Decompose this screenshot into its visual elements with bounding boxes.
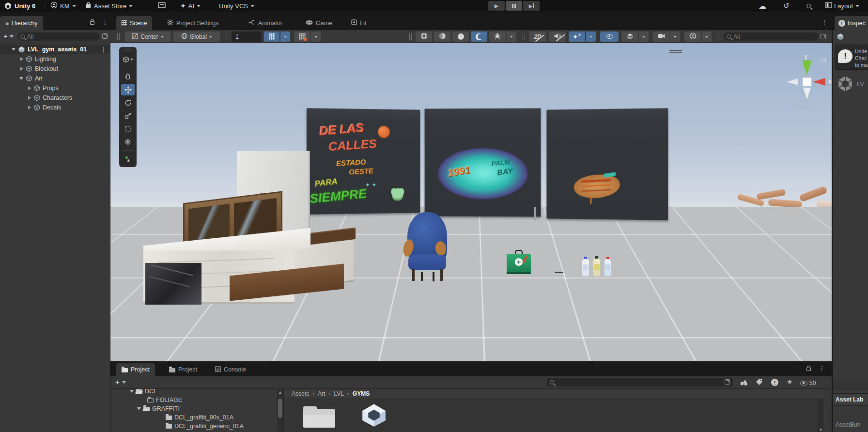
pause-button[interactable] [506, 1, 522, 11]
tab-hierarchy[interactable]: ≡ Hierarchy [0, 16, 43, 30]
grid-size-input[interactable]: 1 [232, 31, 262, 42]
xb-overlay-button[interactable]: XB [141, 342, 159, 355]
tab-inspector[interactable]: i Inspec [835, 16, 868, 30]
kebab-icon[interactable]: ⋮ [100, 46, 107, 53]
hierarchy-row-lighting[interactable]: Lighting [0, 54, 110, 64]
grid-snap-button[interactable] [264, 31, 279, 42]
view-options-button[interactable] [121, 54, 135, 65]
lock-icon[interactable] [806, 366, 811, 372]
tools-overlay-button[interactable] [201, 342, 219, 355]
tool-handle-rotation-dropdown[interactable]: Global [173, 31, 220, 42]
particles-overlay-button[interactable]: ◈ [280, 342, 298, 355]
axis-x-cone[interactable] [813, 78, 825, 86]
transform-tool-button[interactable] [121, 136, 135, 148]
tab-scene[interactable]: Scene [116, 16, 152, 30]
bottle-red-cap[interactable] [604, 257, 611, 276]
hierarchy-row-characters[interactable]: Characters [0, 93, 110, 103]
shading-shaded-wire-button[interactable] [434, 31, 450, 42]
axis-z-cone[interactable] [787, 78, 798, 85]
gizmos-dropdown[interactable] [702, 31, 712, 42]
collapse-arrow-icon[interactable] [19, 77, 23, 80]
search-by-label-button[interactable] [756, 379, 763, 387]
hand-tool-button[interactable] [121, 71, 135, 82]
increment-snap-dropdown[interactable] [311, 31, 321, 42]
tab-project-settings[interactable]: Project Settings [162, 16, 224, 30]
camera-settings-button[interactable] [653, 31, 669, 42]
drag-handle-icon[interactable] [717, 33, 719, 40]
folder-row-dcl[interactable]: DCL [110, 389, 283, 396]
asset-pane-scrollbar[interactable]: ▲ ▼ [818, 399, 823, 432]
camera-settings-dropdown[interactable] [670, 31, 680, 42]
chevron-down-icon[interactable] [10, 35, 14, 38]
shading-wireframe-button[interactable] [416, 31, 432, 42]
layout-menu[interactable]: Layout [825, 0, 859, 12]
graffiti-wall-3[interactable] [546, 108, 668, 220]
search-by-type-button[interactable] [740, 379, 748, 387]
folder-row-graffiti-generic[interactable]: DCL_graffiti_generic_01A [110, 421, 283, 431]
hierarchy-row-art[interactable]: Art [0, 74, 110, 83]
first-aid-kit-red[interactable]: + [471, 251, 502, 278]
hierarchy-row-scene-root[interactable]: LVL_gym_assets_01 ⋮ [0, 45, 110, 54]
effects-button[interactable]: ✦✦ [569, 31, 585, 42]
tab-lit[interactable]: Lit [346, 16, 372, 30]
camera-overlay-button[interactable] [340, 342, 358, 355]
collapse-arrow-icon[interactable] [137, 407, 141, 410]
breadcrumb-art[interactable]: Art [318, 390, 325, 397]
effects-dropdown[interactable] [586, 31, 596, 42]
play-button[interactable]: ▶ [488, 1, 505, 11]
expand-arrow-icon[interactable] [20, 67, 23, 71]
scene-viewport[interactable]: DE LAS CALLES ESTADO OESTE PARA SIEMPRE … [110, 43, 832, 361]
chevron-down-icon[interactable] [122, 381, 126, 384]
search-overlay-button[interactable] [300, 342, 318, 355]
ai-menu[interactable]: ✦ AI [180, 0, 201, 12]
projection-label[interactable]: ‹ Persp [792, 104, 813, 111]
visible-items-control[interactable]: 50 [800, 380, 816, 386]
kebab-icon[interactable]: ⋮ [819, 365, 825, 371]
step-button[interactable]: ▶ [523, 1, 540, 11]
bottle-dark-cap[interactable] [593, 256, 600, 276]
breadcrumb-lvl[interactable]: LVL [334, 390, 343, 397]
lock-icon[interactable] [822, 57, 826, 63]
drag-handle-icon[interactable] [409, 33, 412, 40]
expand-arrow-icon[interactable] [20, 57, 23, 61]
account-menu[interactable]: KM [50, 0, 76, 12]
shading-shaded-button[interactable] [452, 31, 469, 42]
custom-tool-button[interactable] [121, 153, 135, 165]
settings-overlay-button[interactable] [220, 342, 239, 355]
drag-handle-icon[interactable] [523, 33, 525, 40]
shading-current-button[interactable] [471, 31, 487, 42]
asset-labels-section[interactable]: Asset Lab [833, 393, 868, 406]
vcs-menu[interactable]: Unity VCS [219, 0, 254, 12]
expand-icon[interactable] [725, 379, 730, 386]
toggle-2d-button[interactable]: 2D [529, 31, 546, 42]
character-heads[interactable] [777, 218, 832, 246]
axis-down-cone[interactable] [803, 88, 811, 99]
increment-snap-button[interactable] [294, 31, 310, 42]
cloud-button[interactable]: ☁ [759, 0, 766, 12]
hierarchy-search-input[interactable]: All [17, 32, 100, 41]
expand-icon[interactable] [821, 34, 826, 41]
scroll-up-icon[interactable]: ▲ [819, 427, 823, 432]
tab-project-2[interactable]: Project [164, 363, 202, 376]
kebab-icon[interactable]: ⋮ [822, 19, 828, 26]
collapse-arrow-icon[interactable] [12, 48, 16, 51]
compass-overlay-button[interactable] [161, 342, 179, 355]
wood-planks[interactable] [692, 261, 832, 287]
rect-tool-button[interactable] [121, 123, 135, 135]
folder-row-graffiti-90s[interactable]: DCL_graffiti_90s_01A [110, 413, 283, 422]
buildings-overlay-button[interactable] [121, 342, 140, 355]
add-gameobject-button[interactable]: + [3, 32, 8, 40]
drag-handle-icon[interactable] [225, 33, 227, 40]
tab-game[interactable]: Game [300, 16, 338, 30]
favorites-star-icon[interactable]: ★ [787, 378, 793, 386]
gizmo-center[interactable] [803, 78, 811, 86]
archive-icon-button[interactable] [158, 0, 166, 12]
drag-handle-icon[interactable] [124, 49, 132, 51]
asset-folder-item[interactable] [303, 404, 337, 429]
history-button[interactable]: ↺ [783, 0, 790, 12]
hidden-packages-warning-button[interactable]: ! [771, 379, 778, 386]
layers-dropdown[interactable] [639, 31, 649, 42]
scene-visibility-button[interactable] [600, 31, 619, 42]
move-overlay-button[interactable] [181, 342, 199, 355]
breadcrumb-assets[interactable]: Assets [292, 390, 309, 397]
